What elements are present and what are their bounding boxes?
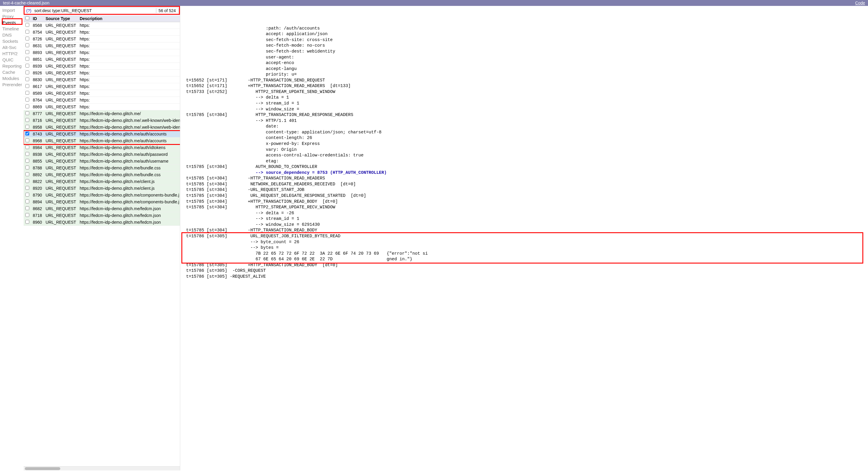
table-row[interactable]: 8968URL_REQUESThttps://fedcm-idp-demo.gl… bbox=[24, 137, 180, 144]
nav-events[interactable]: Events bbox=[2, 20, 24, 26]
cell-source-type: URL_REQUEST bbox=[44, 56, 78, 63]
row-checkbox[interactable] bbox=[25, 132, 29, 135]
table-row[interactable]: 8718URL_REQUESThttps://fedcm-idp-demo.gl… bbox=[24, 212, 180, 219]
table-row[interactable]: 8631URL_REQUESThttps: bbox=[24, 42, 180, 49]
cell-source-type: URL_REQUEST bbox=[44, 151, 78, 158]
nav-quic[interactable]: QUIC bbox=[2, 57, 24, 63]
cell-id: 8938 bbox=[31, 151, 44, 158]
row-checkbox[interactable] bbox=[25, 125, 29, 129]
row-checkbox[interactable] bbox=[25, 172, 29, 176]
table-row[interactable]: 8716URL_REQUESThttps://fedcm-idp-demo.gl… bbox=[24, 117, 180, 124]
cell-description: https: bbox=[78, 63, 180, 70]
filter-input[interactable] bbox=[33, 7, 156, 14]
row-checkbox[interactable] bbox=[25, 98, 29, 102]
nav-import[interactable]: Import bbox=[2, 7, 24, 13]
nav-modules[interactable]: Modules bbox=[2, 75, 24, 81]
table-row[interactable]: 8790URL_REQUESThttps://fedcm-idp-demo.gl… bbox=[24, 192, 180, 199]
row-checkbox[interactable] bbox=[25, 152, 29, 156]
row-checkbox[interactable] bbox=[25, 186, 29, 190]
filter-help-link[interactable]: (?) bbox=[25, 8, 33, 13]
table-row[interactable]: 8894URL_REQUESThttps://fedcm-idp-demo.gl… bbox=[24, 199, 180, 205]
row-checkbox[interactable] bbox=[25, 213, 29, 217]
table-row[interactable]: 8822URL_REQUESThttps://fedcm-idp-demo.gl… bbox=[24, 178, 180, 185]
row-checkbox[interactable] bbox=[25, 64, 29, 68]
row-checkbox[interactable] bbox=[25, 200, 29, 203]
row-checkbox[interactable] bbox=[25, 50, 29, 54]
table-row[interactable]: 8682URL_REQUESThttps://fedcm-idp-demo.gl… bbox=[24, 205, 180, 212]
row-checkbox[interactable] bbox=[25, 91, 29, 95]
table-row[interactable]: 8960URL_REQUESThttps://fedcm-idp-demo.gl… bbox=[24, 219, 180, 226]
h-scrollbar[interactable] bbox=[24, 466, 180, 470]
table-row[interactable]: 8568URL_REQUESThttps: bbox=[24, 22, 180, 29]
row-checkbox[interactable] bbox=[25, 159, 29, 163]
table-row[interactable]: 8851URL_REQUESThttps: bbox=[24, 56, 180, 63]
table-row[interactable]: 8788URL_REQUESThttps://fedcm-idp-demo.gl… bbox=[24, 165, 180, 171]
cell-source-type: URL_REQUEST bbox=[44, 70, 78, 76]
nav-prerender[interactable]: Prerender bbox=[2, 81, 24, 88]
table-row[interactable]: 8958URL_REQUESThttps://fedcm-idp-demo.gl… bbox=[24, 124, 180, 131]
nav-dns[interactable]: DNS bbox=[2, 32, 24, 38]
select-all-checkbox[interactable] bbox=[25, 16, 29, 20]
table-row[interactable]: 8893URL_REQUESThttps: bbox=[24, 49, 180, 56]
table-row[interactable]: 8892URL_REQUESThttps://fedcm-idp-demo.gl… bbox=[24, 171, 180, 178]
table-row[interactable]: 8754URL_REQUESThttps: bbox=[24, 29, 180, 36]
table-row[interactable]: 8617URL_REQUESThttps: bbox=[24, 83, 180, 90]
row-checkbox[interactable] bbox=[25, 84, 29, 88]
nav-sockets[interactable]: Sockets bbox=[2, 38, 24, 44]
table-row[interactable]: 8920URL_REQUESThttps://fedcm-idp-demo.gl… bbox=[24, 185, 180, 192]
table-row[interactable]: 8743URL_REQUESThttps://fedcm-idp-demo.gl… bbox=[24, 131, 180, 137]
cell-source-type: URL_REQUEST bbox=[44, 124, 78, 131]
row-checkbox[interactable] bbox=[25, 70, 29, 74]
table-row[interactable]: 8830URL_REQUESThttps: bbox=[24, 76, 180, 83]
table-row[interactable]: 8777URL_REQUESThttps://fedcm-idp-demo.gl… bbox=[24, 110, 180, 117]
row-checkbox[interactable] bbox=[25, 220, 29, 224]
cell-source-type: URL_REQUEST bbox=[44, 63, 78, 70]
table-row[interactable]: 8926URL_REQUESThttps: bbox=[24, 70, 180, 76]
nav-timeline[interactable]: Timeline bbox=[2, 26, 24, 32]
row-checkbox[interactable] bbox=[25, 23, 29, 27]
col-description[interactable]: Description bbox=[78, 15, 180, 22]
cell-description: https: bbox=[78, 83, 180, 90]
cell-description: https://fedcm-idp-demo.glitch.me/compone… bbox=[78, 199, 180, 205]
table-row[interactable]: 8939URL_REQUESThttps: bbox=[24, 63, 180, 70]
row-checkbox[interactable] bbox=[25, 118, 29, 122]
row-checkbox[interactable] bbox=[25, 206, 29, 210]
topbar: test-4-cache-cleared.json Code bbox=[0, 0, 868, 6]
row-checkbox[interactable] bbox=[25, 145, 29, 149]
row-checkbox[interactable] bbox=[25, 166, 29, 169]
table-row[interactable]: 8869URL_REQUESThttps: bbox=[24, 104, 180, 110]
col-source-type[interactable]: Source Type bbox=[44, 15, 78, 22]
row-checkbox[interactable] bbox=[25, 179, 29, 183]
row-checkbox[interactable] bbox=[25, 37, 29, 40]
nav-cache[interactable]: Cache bbox=[2, 69, 24, 75]
table-row[interactable]: 8726URL_REQUESThttps: bbox=[24, 36, 180, 42]
nav-http2[interactable]: HTTP/2 bbox=[2, 51, 24, 57]
detail-line: accept-enco bbox=[186, 60, 865, 66]
cell-id: 8894 bbox=[31, 199, 44, 205]
nav-reporting[interactable]: Reporting bbox=[2, 63, 24, 69]
row-checkbox[interactable] bbox=[25, 193, 29, 197]
row-checkbox[interactable] bbox=[25, 57, 29, 61]
col-id[interactable]: ID bbox=[31, 15, 44, 22]
nav-proxy[interactable]: Proxy bbox=[2, 13, 24, 20]
table-row[interactable]: 8984URL_REQUESThttps://fedcm-idp-demo.gl… bbox=[24, 144, 180, 151]
cell-description: https://fedcm-idp-demo.glitch.me/auth/us… bbox=[78, 158, 180, 165]
nav-altsvc[interactable]: Alt-Svc bbox=[2, 44, 24, 51]
events-table-wrap[interactable]: ID Source Type Description 8568URL_REQUE… bbox=[24, 15, 180, 466]
row-checkbox[interactable] bbox=[25, 111, 29, 115]
row-checkbox[interactable] bbox=[25, 104, 29, 108]
table-row[interactable]: 8938URL_REQUESThttps://fedcm-idp-demo.gl… bbox=[24, 151, 180, 158]
detail-line: sec-fetch-dest: webidentity bbox=[186, 49, 865, 55]
table-row[interactable]: 8764URL_REQUESThttps: bbox=[24, 97, 180, 104]
col-checkbox[interactable] bbox=[24, 15, 31, 22]
cell-id: 8960 bbox=[31, 219, 44, 226]
detail-panel[interactable]: :path: /auth/accounts accept: applicatio… bbox=[180, 6, 868, 470]
row-checkbox[interactable] bbox=[25, 30, 29, 34]
table-row[interactable]: 8855URL_REQUESThttps://fedcm-idp-demo.gl… bbox=[24, 158, 180, 165]
row-checkbox[interactable] bbox=[25, 43, 29, 47]
row-checkbox[interactable] bbox=[25, 138, 29, 142]
code-link[interactable]: Code bbox=[855, 1, 865, 5]
row-checkbox[interactable] bbox=[25, 77, 29, 81]
table-row[interactable]: 8589URL_REQUESThttps: bbox=[24, 90, 180, 97]
detail-line: accept-langu bbox=[186, 66, 865, 72]
